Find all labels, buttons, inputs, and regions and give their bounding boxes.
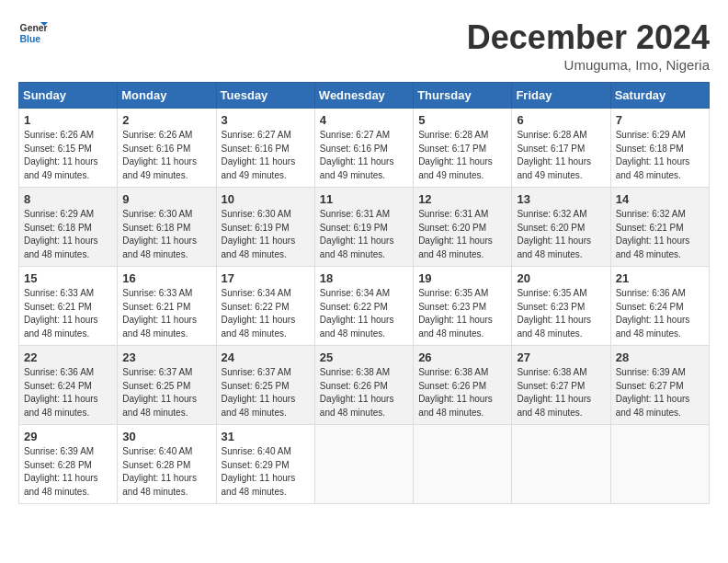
calendar-cell: 23Sunrise: 6:37 AM Sunset: 6:25 PM Dayli… bbox=[118, 346, 216, 425]
day-number: 14 bbox=[616, 192, 704, 206]
day-number: 20 bbox=[517, 271, 605, 285]
calendar-cell: 25Sunrise: 6:38 AM Sunset: 6:26 PM Dayli… bbox=[314, 346, 413, 425]
day-info: Sunrise: 6:40 AM Sunset: 6:29 PM Dayligh… bbox=[222, 445, 310, 499]
calendar-cell: 4Sunrise: 6:27 AM Sunset: 6:16 PM Daylig… bbox=[314, 109, 413, 188]
calendar-cell: 19Sunrise: 6:35 AM Sunset: 6:23 PM Dayli… bbox=[414, 267, 512, 346]
day-info: Sunrise: 6:34 AM Sunset: 6:22 PM Dayligh… bbox=[320, 287, 408, 340]
calendar-cell: 29Sunrise: 6:39 AM Sunset: 6:28 PM Dayli… bbox=[19, 425, 118, 504]
day-number: 24 bbox=[222, 350, 310, 364]
calendar-cell: 13Sunrise: 6:32 AM Sunset: 6:20 PM Dayli… bbox=[512, 188, 610, 267]
day-info: Sunrise: 6:40 AM Sunset: 6:28 PM Dayligh… bbox=[122, 445, 210, 499]
day-number: 5 bbox=[418, 113, 506, 127]
day-number: 15 bbox=[24, 271, 112, 285]
day-number: 17 bbox=[222, 271, 310, 285]
logo-icon: General Blue bbox=[18, 18, 48, 48]
svg-text:Blue: Blue bbox=[20, 34, 41, 44]
day-header-tuesday: Tuesday bbox=[216, 83, 314, 109]
calendar-cell: 22Sunrise: 6:36 AM Sunset: 6:24 PM Dayli… bbox=[19, 346, 118, 425]
day-info: Sunrise: 6:35 AM Sunset: 6:23 PM Dayligh… bbox=[517, 287, 605, 340]
day-info: Sunrise: 6:36 AM Sunset: 6:24 PM Dayligh… bbox=[24, 366, 112, 419]
day-number: 8 bbox=[24, 192, 112, 206]
calendar-week-5: 29Sunrise: 6:39 AM Sunset: 6:28 PM Dayli… bbox=[19, 425, 710, 504]
calendar-week-4: 22Sunrise: 6:36 AM Sunset: 6:24 PM Dayli… bbox=[19, 346, 710, 425]
day-info: Sunrise: 6:38 AM Sunset: 6:26 PM Dayligh… bbox=[418, 366, 506, 419]
day-info: Sunrise: 6:30 AM Sunset: 6:19 PM Dayligh… bbox=[222, 208, 310, 261]
calendar-week-2: 8Sunrise: 6:29 AM Sunset: 6:18 PM Daylig… bbox=[19, 188, 710, 267]
day-number: 19 bbox=[418, 271, 506, 285]
title-block: December 2024 Umuguma, Imo, Nigeria bbox=[467, 18, 710, 73]
calendar-cell: 1Sunrise: 6:26 AM Sunset: 6:15 PM Daylig… bbox=[19, 109, 118, 188]
day-info: Sunrise: 6:33 AM Sunset: 6:21 PM Dayligh… bbox=[24, 287, 112, 340]
day-info: Sunrise: 6:37 AM Sunset: 6:25 PM Dayligh… bbox=[122, 366, 210, 419]
day-info: Sunrise: 6:39 AM Sunset: 6:27 PM Dayligh… bbox=[616, 366, 704, 419]
day-number: 27 bbox=[517, 350, 605, 364]
day-info: Sunrise: 6:28 AM Sunset: 6:17 PM Dayligh… bbox=[418, 129, 506, 182]
month-title: December 2024 bbox=[467, 18, 710, 57]
day-number: 31 bbox=[222, 430, 310, 443]
calendar-cell: 21Sunrise: 6:36 AM Sunset: 6:24 PM Dayli… bbox=[610, 267, 709, 346]
calendar-cell: 10Sunrise: 6:30 AM Sunset: 6:19 PM Dayli… bbox=[216, 188, 314, 267]
calendar-cell: 14Sunrise: 6:32 AM Sunset: 6:21 PM Dayli… bbox=[610, 188, 709, 267]
day-info: Sunrise: 6:29 AM Sunset: 6:18 PM Dayligh… bbox=[616, 129, 704, 182]
day-info: Sunrise: 6:31 AM Sunset: 6:19 PM Dayligh… bbox=[320, 208, 408, 261]
calendar-cell: 28Sunrise: 6:39 AM Sunset: 6:27 PM Dayli… bbox=[610, 346, 709, 425]
calendar-week-1: 1Sunrise: 6:26 AM Sunset: 6:15 PM Daylig… bbox=[19, 109, 710, 188]
day-number: 26 bbox=[418, 350, 506, 364]
day-number: 11 bbox=[320, 192, 408, 206]
calendar-table: SundayMondayTuesdayWednesdayThursdayFrid… bbox=[18, 82, 710, 504]
day-info: Sunrise: 6:38 AM Sunset: 6:27 PM Dayligh… bbox=[517, 366, 605, 419]
calendar-cell: 3Sunrise: 6:27 AM Sunset: 6:16 PM Daylig… bbox=[216, 109, 314, 188]
day-number: 3 bbox=[222, 113, 310, 127]
calendar-cell: 16Sunrise: 6:33 AM Sunset: 6:21 PM Dayli… bbox=[118, 267, 216, 346]
calendar-cell: 27Sunrise: 6:38 AM Sunset: 6:27 PM Dayli… bbox=[512, 346, 610, 425]
day-number: 10 bbox=[222, 192, 310, 206]
day-info: Sunrise: 6:36 AM Sunset: 6:24 PM Dayligh… bbox=[616, 287, 704, 340]
calendar-cell: 17Sunrise: 6:34 AM Sunset: 6:22 PM Dayli… bbox=[216, 267, 314, 346]
day-header-sunday: Sunday bbox=[19, 83, 118, 109]
calendar-cell bbox=[314, 425, 413, 504]
day-info: Sunrise: 6:27 AM Sunset: 6:16 PM Dayligh… bbox=[222, 129, 310, 182]
calendar-cell: 6Sunrise: 6:28 AM Sunset: 6:17 PM Daylig… bbox=[512, 109, 610, 188]
calendar-cell bbox=[414, 425, 512, 504]
day-number: 12 bbox=[418, 192, 506, 206]
calendar-cell: 5Sunrise: 6:28 AM Sunset: 6:17 PM Daylig… bbox=[414, 109, 512, 188]
day-info: Sunrise: 6:33 AM Sunset: 6:21 PM Dayligh… bbox=[122, 287, 210, 340]
calendar-cell bbox=[512, 425, 610, 504]
day-number: 25 bbox=[320, 350, 408, 364]
day-info: Sunrise: 6:28 AM Sunset: 6:17 PM Dayligh… bbox=[517, 129, 605, 182]
logo: General Blue bbox=[18, 18, 48, 48]
day-info: Sunrise: 6:32 AM Sunset: 6:20 PM Dayligh… bbox=[517, 208, 605, 261]
day-info: Sunrise: 6:29 AM Sunset: 6:18 PM Dayligh… bbox=[24, 208, 112, 261]
day-info: Sunrise: 6:32 AM Sunset: 6:21 PM Dayligh… bbox=[616, 208, 704, 261]
day-info: Sunrise: 6:26 AM Sunset: 6:15 PM Dayligh… bbox=[24, 129, 112, 182]
day-number: 28 bbox=[616, 350, 704, 364]
calendar-cell: 24Sunrise: 6:37 AM Sunset: 6:25 PM Dayli… bbox=[216, 346, 314, 425]
day-number: 9 bbox=[122, 192, 210, 206]
day-info: Sunrise: 6:34 AM Sunset: 6:22 PM Dayligh… bbox=[222, 287, 310, 340]
calendar-week-3: 15Sunrise: 6:33 AM Sunset: 6:21 PM Dayli… bbox=[19, 267, 710, 346]
day-number: 4 bbox=[320, 113, 408, 127]
day-number: 6 bbox=[517, 113, 605, 127]
day-info: Sunrise: 6:38 AM Sunset: 6:26 PM Dayligh… bbox=[320, 366, 408, 419]
day-number: 18 bbox=[320, 271, 408, 285]
calendar-cell: 9Sunrise: 6:30 AM Sunset: 6:18 PM Daylig… bbox=[118, 188, 216, 267]
calendar-cell: 20Sunrise: 6:35 AM Sunset: 6:23 PM Dayli… bbox=[512, 267, 610, 346]
calendar-cell: 18Sunrise: 6:34 AM Sunset: 6:22 PM Dayli… bbox=[314, 267, 413, 346]
day-number: 16 bbox=[122, 271, 210, 285]
calendar-cell: 7Sunrise: 6:29 AM Sunset: 6:18 PM Daylig… bbox=[610, 109, 709, 188]
day-header-thursday: Thursday bbox=[414, 83, 512, 109]
day-number: 29 bbox=[24, 430, 112, 443]
day-header-wednesday: Wednesday bbox=[314, 83, 413, 109]
day-header-saturday: Saturday bbox=[610, 83, 709, 109]
calendar-header-row: SundayMondayTuesdayWednesdayThursdayFrid… bbox=[19, 83, 710, 109]
day-number: 2 bbox=[122, 113, 210, 127]
day-info: Sunrise: 6:37 AM Sunset: 6:25 PM Dayligh… bbox=[222, 366, 310, 419]
day-info: Sunrise: 6:26 AM Sunset: 6:16 PM Dayligh… bbox=[122, 129, 210, 182]
calendar-cell: 31Sunrise: 6:40 AM Sunset: 6:29 PM Dayli… bbox=[216, 425, 314, 504]
day-number: 1 bbox=[24, 113, 112, 127]
day-number: 7 bbox=[616, 113, 704, 127]
calendar-cell: 12Sunrise: 6:31 AM Sunset: 6:20 PM Dayli… bbox=[414, 188, 512, 267]
calendar-cell: 11Sunrise: 6:31 AM Sunset: 6:19 PM Dayli… bbox=[314, 188, 413, 267]
calendar-cell: 26Sunrise: 6:38 AM Sunset: 6:26 PM Dayli… bbox=[414, 346, 512, 425]
calendar-cell: 15Sunrise: 6:33 AM Sunset: 6:21 PM Dayli… bbox=[19, 267, 118, 346]
